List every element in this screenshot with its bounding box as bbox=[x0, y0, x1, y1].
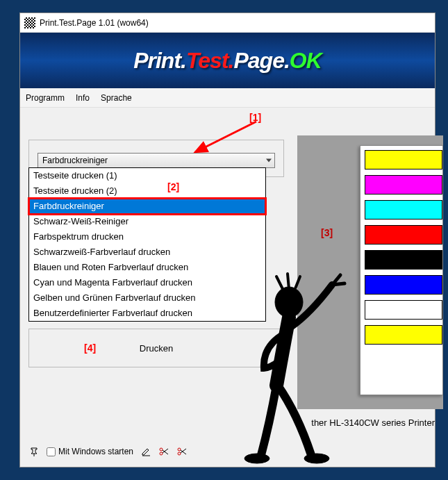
dropdown-option-1[interactable]: Testseite drucken (2) bbox=[29, 183, 265, 199]
chevron-down-icon bbox=[266, 159, 272, 163]
print-panel: Drucken bbox=[28, 329, 284, 367]
preview-strip-3 bbox=[365, 225, 442, 245]
dropdown-option-4[interactable]: Farbspektrum drucken bbox=[29, 229, 265, 245]
dropdown-selected-text: Farbdruckreiniger bbox=[42, 156, 108, 165]
svg-point-0 bbox=[160, 448, 163, 451]
banner-part-0: Print. bbox=[133, 48, 186, 74]
app-banner: Print. Test. Page. OK bbox=[20, 33, 435, 88]
dropdown-option-8[interactable]: Gelben und Grünen Farbverlauf drucken bbox=[29, 290, 265, 306]
dropdown-option-5[interactable]: Schwarzweiß-Farbverlauf drucken bbox=[29, 245, 265, 260]
window-title: Print.Test.Page 1.01 (wow64) bbox=[40, 18, 149, 28]
autostart-label: Mit Windows starten bbox=[58, 447, 133, 456]
app-icon bbox=[24, 17, 35, 28]
autostart-checkbox-wrap[interactable]: Mit Windows starten bbox=[47, 447, 133, 456]
svg-point-1 bbox=[160, 452, 163, 455]
edit-icon[interactable] bbox=[140, 446, 151, 457]
printer-name-label: ther HL-3140CW series Printer bbox=[311, 417, 435, 428]
mode-dropdown-list[interactable]: Testseite drucken (1) Testseite drucken … bbox=[28, 167, 266, 322]
preview-strip-6 bbox=[365, 300, 442, 320]
menu-info[interactable]: Info bbox=[76, 93, 90, 103]
autostart-checkbox[interactable] bbox=[47, 447, 56, 456]
dropdown-option-7[interactable]: Cyan und Magenta Farbverlauf drucken bbox=[29, 275, 265, 290]
bottom-toolbar: Mit Windows starten bbox=[30, 446, 188, 457]
dropdown-option-9[interactable]: Benutzerdefinierter Farbverlauf drucken bbox=[29, 306, 265, 321]
preview-strip-2 bbox=[365, 200, 442, 220]
titlebar: Print.Test.Page 1.01 (wow64) bbox=[20, 13, 435, 33]
preview-strip-4 bbox=[365, 250, 442, 270]
svg-point-2 bbox=[178, 448, 181, 451]
annotation-1: [1] bbox=[249, 112, 261, 123]
dropdown-option-0[interactable]: Testseite drucken (1) bbox=[29, 168, 265, 183]
pin-icon[interactable] bbox=[30, 447, 40, 456]
preview-strip-0 bbox=[365, 150, 442, 169]
banner-part-3: OK bbox=[290, 48, 322, 74]
menubar: Programm Info Sprache bbox=[20, 88, 435, 108]
print-button[interactable]: Drucken bbox=[140, 343, 173, 354]
main-area: Farbdruckreiniger Testseite drucken (1) … bbox=[20, 108, 435, 467]
preview-strip-5 bbox=[365, 275, 442, 295]
mode-dropdown[interactable]: Farbdruckreiniger bbox=[38, 153, 275, 168]
banner-part-1: Test. bbox=[186, 48, 234, 74]
dropdown-option-3[interactable]: Schwarz-Weiß-Reiniger bbox=[29, 214, 265, 229]
preview-strip-1 bbox=[365, 175, 442, 195]
dropdown-option-2[interactable]: Farbdruckreiniger bbox=[29, 199, 265, 214]
preview-strip-7 bbox=[365, 325, 442, 345]
menu-sprache[interactable]: Sprache bbox=[101, 93, 132, 103]
scissors-icon-2[interactable] bbox=[176, 446, 188, 457]
preview-panel bbox=[297, 135, 443, 409]
banner-part-2: Page. bbox=[233, 48, 289, 74]
scissors-icon-1[interactable] bbox=[158, 446, 169, 457]
dropdown-option-6[interactable]: Blauen und Roten Farbverlauf drucken bbox=[29, 260, 265, 275]
preview-page bbox=[360, 145, 443, 395]
app-window: Print.Test.Page 1.01 (wow64) Print. Test… bbox=[19, 13, 435, 467]
menu-programm[interactable]: Programm bbox=[26, 93, 65, 103]
svg-point-3 bbox=[178, 452, 181, 455]
